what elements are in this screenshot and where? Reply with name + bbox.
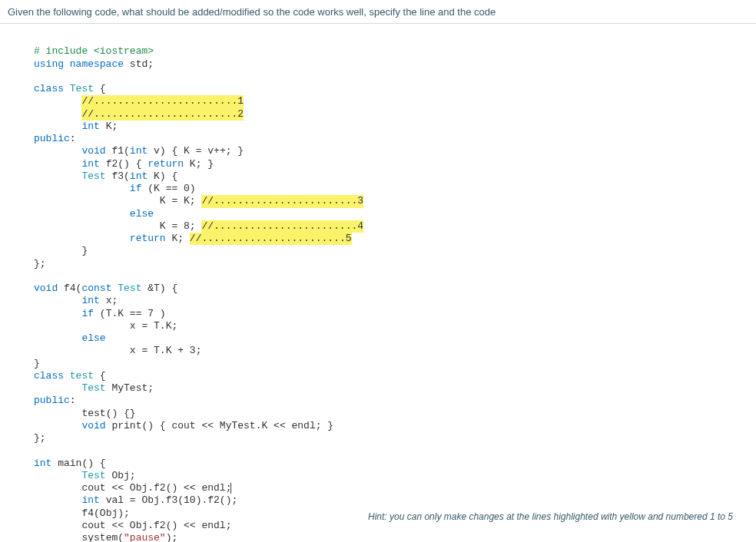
main-l4: f4(Obj); bbox=[81, 507, 129, 519]
hl1-prefix: // bbox=[81, 95, 94, 107]
main-l3b: val = Obj.f3(10).f2(); bbox=[100, 494, 237, 506]
include-header: <iostream> bbox=[88, 45, 154, 57]
using-kw: using bbox=[34, 58, 64, 70]
f3-sig: f3( bbox=[106, 170, 130, 182]
open-brace-2: { bbox=[94, 370, 106, 382]
close-f4: } bbox=[34, 358, 40, 369]
int-kw-3: int bbox=[81, 295, 99, 306]
class-kw-2: class bbox=[34, 370, 64, 382]
hl2-prefix: // bbox=[81, 108, 94, 120]
if-kw: if bbox=[130, 183, 142, 194]
f3-assign1: K = K; bbox=[160, 195, 202, 207]
int-kw: int bbox=[81, 121, 99, 132]
obj-decl-n: Obj; bbox=[106, 470, 136, 481]
preproc-hash: # bbox=[34, 45, 46, 57]
void-kw-2: void bbox=[34, 283, 58, 294]
close-class-2: }; bbox=[34, 432, 46, 444]
test-type: Test bbox=[81, 170, 105, 182]
colon-2: : bbox=[70, 395, 76, 406]
f4-sig1: f4( bbox=[58, 283, 81, 294]
public-kw: public bbox=[34, 133, 70, 144]
system-close: ); bbox=[166, 532, 178, 542]
x-decl: x; bbox=[100, 295, 118, 306]
hl5-prefix: // bbox=[190, 233, 202, 244]
mytest-decl-n: MyTest; bbox=[106, 382, 154, 394]
hint-text: Hint: you can only make changes at the l… bbox=[368, 511, 733, 522]
else-kw-2: else bbox=[81, 332, 105, 344]
f3-ret-post: K; bbox=[166, 233, 190, 244]
hl1-dots: ........................1 bbox=[94, 95, 244, 107]
f4-sig3: &T) { bbox=[141, 283, 177, 294]
mytest-decl-t: Test bbox=[81, 382, 105, 394]
f3-assign2: K = 8; bbox=[160, 220, 202, 232]
close-brace-inner: } bbox=[81, 245, 88, 256]
highlight-3: //........................3 bbox=[201, 195, 363, 207]
hl2-dots: ........................2 bbox=[94, 108, 244, 120]
question-header: Given the following code, what should be… bbox=[0, 0, 756, 24]
f4-assign2: x = T.K + 3; bbox=[130, 345, 202, 356]
f4-if-cond: (T.K == 7 ) bbox=[94, 308, 166, 319]
test-ctor: test() {} bbox=[81, 408, 135, 419]
f1-param-n: v) { K = v++; } bbox=[148, 145, 244, 157]
if-kw-2: if bbox=[81, 308, 94, 319]
pause-str: "pause" bbox=[124, 532, 166, 542]
hl3-prefix: // bbox=[201, 195, 214, 207]
f4-assign1: x = T.K; bbox=[130, 320, 177, 332]
const-kw: const bbox=[81, 283, 111, 294]
highlight-1: //........................1 bbox=[81, 95, 244, 107]
main-l5: cout << Obj.f2() << endl; bbox=[81, 520, 231, 531]
f1-param-t: int bbox=[130, 145, 148, 157]
code-block: # include <iostream> using namespace std… bbox=[0, 33, 756, 542]
print-sig1: print() { cout << MyTest.K << endl; } bbox=[106, 420, 333, 431]
hl4-prefix: // bbox=[201, 220, 214, 232]
public-kw-2: public bbox=[34, 395, 70, 406]
void-kw: void bbox=[81, 145, 105, 157]
open-brace: { bbox=[94, 83, 106, 94]
question-text: Given the following code, what should be… bbox=[8, 6, 496, 18]
else-kw: else bbox=[130, 208, 154, 220]
include-kw: include bbox=[46, 45, 88, 57]
int-kw-2: int bbox=[81, 158, 99, 170]
obj-decl-t: Test bbox=[81, 470, 105, 481]
colon: : bbox=[70, 133, 76, 144]
namespace-kw: namespace bbox=[64, 58, 124, 70]
system-call: system( bbox=[81, 532, 124, 542]
void-kw-3: void bbox=[81, 420, 105, 431]
highlight-2: //........................2 bbox=[81, 108, 244, 121]
main-l3a: int bbox=[81, 494, 99, 506]
close-class: }; bbox=[34, 258, 46, 269]
return-kw: return bbox=[148, 158, 184, 170]
f2-sig: f2() { bbox=[100, 158, 148, 170]
f3-ret-kw: return bbox=[130, 233, 166, 244]
main-sig-n: main() { bbox=[51, 458, 105, 469]
class-test-name: Test bbox=[64, 83, 94, 94]
f2-body: K; } bbox=[184, 158, 214, 170]
k-decl: K; bbox=[100, 121, 118, 132]
f3-param-n: K) { bbox=[148, 170, 177, 182]
highlight-4: //........................4 bbox=[201, 220, 363, 233]
hl5-dots: ........................5 bbox=[201, 233, 351, 244]
hl3-dots: ........................3 bbox=[214, 195, 363, 207]
f4-sig2: Test bbox=[111, 283, 141, 294]
highlight-5: //........................5 bbox=[190, 233, 352, 245]
class-test-name-2: test bbox=[64, 370, 94, 382]
f1-sig: f1( bbox=[106, 145, 130, 157]
main-sig-t: int bbox=[34, 458, 51, 469]
std-id: std; bbox=[124, 58, 154, 70]
main-l2: cout << Obj.f2() << endl; bbox=[81, 482, 231, 494]
hl4-dots: ........................4 bbox=[214, 220, 363, 232]
class-kw: class bbox=[34, 83, 64, 94]
f3-if-cond: (K == 0) bbox=[141, 183, 195, 194]
f3-param-t: int bbox=[130, 170, 148, 182]
text-cursor bbox=[230, 483, 231, 494]
